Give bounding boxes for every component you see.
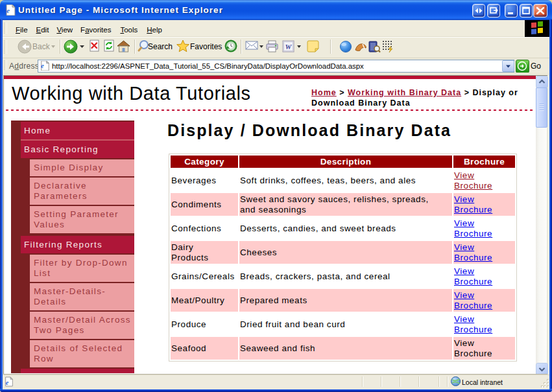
svg-text:e: e [41, 62, 44, 69]
svg-text:Search: Search [148, 42, 173, 51]
svg-text:e: e [6, 379, 9, 386]
svg-text:W: W [285, 43, 293, 51]
svg-text:e: e [6, 6, 10, 14]
svg-text:Favorites: Favorites [190, 42, 222, 51]
svg-text:Back: Back [32, 42, 51, 51]
